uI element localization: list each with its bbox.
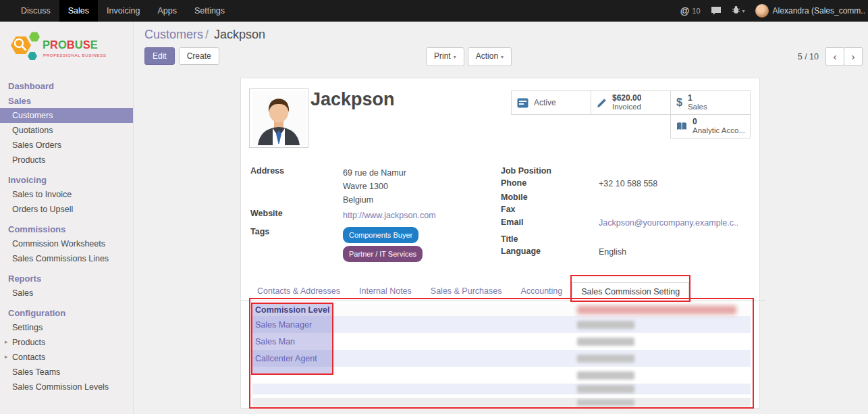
notebook-tabs: Contacts & Addresses Internal Notes Sale… [241,282,766,301]
address-line-1: 69 rue de Namur [343,166,406,180]
sidebar-section-invoicing[interactable]: Invoicing [0,172,133,187]
topbar-right-group: @ 10 ▾ Alexandra (Sales_comm.. [680,0,868,22]
mobile-label: Mobile [501,192,599,203]
print-dropdown-button[interactable]: Print▾ [426,47,464,66]
customer-photo[interactable] [249,88,308,148]
invoiced-stat-button[interactable]: $620.00 Invoiced [591,90,671,115]
analytic-accounts-stat-button[interactable]: 0 Analytic Acco... [670,114,751,138]
sales-stat-button[interactable]: $ 1 Sales [670,90,751,115]
sidebar-item-sales-commissions-lines[interactable]: Sales Commissions Lines [0,251,133,266]
tab-sales-purchases[interactable]: Sales & Purchases [421,282,512,301]
column-header-commission-level[interactable]: Commission Level [252,305,576,315]
sidebar: PROBUSE PROFESSIONAL BUSINESS Dashboard … [0,22,134,414]
sidebar-item-sales-orders[interactable]: Sales Orders [0,138,133,153]
table-row[interactable]: Callcenter Agent [252,350,751,367]
tab-internal-notes[interactable]: Internal Notes [350,282,421,301]
fields-left-column: Address 69 rue de Namur Wavre 1300 Belgi… [250,166,501,266]
address-value: 69 rue de Namur Wavre 1300 Belgium [343,166,406,207]
phone-value: +32 10 588 558 [599,178,657,189]
email-link[interactable]: Jackpson@yourcompany.example.c.. [599,218,738,228]
sidebar-section-reports[interactable]: Reports [0,271,133,286]
dollar-icon: $ [676,97,682,109]
redacted-cell [576,350,751,367]
sidebar-section-commissions[interactable]: Commissions [0,222,133,236]
commission-table: Commission Level Sales Manager Sales Man… [252,304,751,407]
website-link[interactable]: http://www.jackpson.com [343,211,436,220]
pencil-icon [597,98,607,108]
title-label: Title [501,234,599,245]
tab-sales-commission-setting[interactable]: Sales Commission Setting [572,282,689,301]
table-footer-row [252,398,751,407]
sidebar-item-sales-to-invoice[interactable]: Sales to Invoice [0,187,133,202]
job-position-label: Job Position [501,166,599,177]
topmenu-apps[interactable]: Apps [148,0,186,22]
sidebar-item-customers[interactable]: Customers [0,108,133,123]
action-dropdown-button[interactable]: Action▾ [468,47,512,66]
commission-level-cell[interactable]: Callcenter Agent [252,354,576,363]
chevron-right-icon: ▸ [5,353,8,360]
sidebar-item-settings[interactable]: Settings [0,320,133,335]
redacted-cell [576,384,751,394]
mentions-indicator[interactable]: @ 10 [680,5,701,16]
address-label: Address [250,166,343,207]
at-mention-icon: @ [680,5,690,16]
phone-label: Phone [501,178,599,189]
sidebar-section-configuration[interactable]: Configuration [0,305,133,320]
redacted-blur-block [577,338,634,346]
table-header-row: Commission Level [252,304,751,316]
sidebar-item-config-contacts[interactable]: ▸ Contacts [0,350,133,365]
stat-buttons: Active $620.00 Invoiced $ 1 Sales [510,90,751,138]
top-navbar: Discuss Sales Invoicing Apps Settings @ … [0,0,868,22]
active-stat-button[interactable]: Active [511,90,591,115]
user-name: Alexandra (Sales_comm.. [773,6,865,16]
table-row[interactable]: Sales Manager [252,316,751,333]
breadcrumb-customers[interactable]: Customers [144,28,203,41]
commission-level-cell[interactable]: Sales Manager [252,320,576,330]
sidebar-item-sales-teams[interactable]: Sales Teams [0,365,133,380]
table-empty-row [252,367,751,384]
sidebar-section-dashboard[interactable]: Dashboard [0,78,133,93]
form-fields: Address 69 rue de Namur Wavre 1300 Belgi… [250,166,750,266]
redacted-cell [576,316,751,333]
sales-label: Sales [688,103,707,111]
record-buttons: Edit Create [144,47,219,65]
sidebar-item-commission-worksheets[interactable]: Commission Worksheets [0,236,133,251]
messages-icon[interactable] [711,6,722,16]
tags-value: Components Buyer Partner / IT Services [343,227,423,265]
sidebar-item-products[interactable]: Products [0,153,133,167]
svg-text:PROFESSIONAL BUSINESS: PROFESSIONAL BUSINESS [43,53,107,57]
pager-previous-button[interactable]: ‹ [825,47,844,66]
sidebar-item-orders-to-upsell[interactable]: Orders to Upsell [0,202,133,217]
table-row[interactable]: Sales Man [252,333,751,350]
sidebar-item-reports-sales[interactable]: Sales [0,286,133,301]
record-title: Jackpson [310,89,395,110]
commission-level-cell[interactable]: Sales Man [252,337,576,346]
topmenu-settings[interactable]: Settings [186,0,234,22]
chevron-right-icon: ▸ [5,338,8,345]
topmenu-sales[interactable]: Sales [59,0,98,22]
redacted-cell [576,333,751,350]
analytic-label: Analytic Acco... [693,126,744,135]
pager-value[interactable]: 5 / 10 [798,52,819,61]
user-menu[interactable]: Alexandra (Sales_comm.. [755,4,865,18]
edit-button[interactable]: Edit [144,47,175,65]
email-label: Email [501,217,599,228]
tab-accounting[interactable]: Accounting [511,282,572,301]
tag-components-buyer: Components Buyer [343,227,418,243]
pager-next-button[interactable]: › [844,47,863,66]
debug-menu[interactable]: ▾ [732,5,745,17]
sidebar-item-config-products[interactable]: ▸ Products [0,335,133,350]
sidebar-section-sales[interactable]: Sales [0,93,133,108]
topmenu-discuss[interactable]: Discuss [12,0,59,22]
company-logo: PROBUSE PROFESSIONAL BUSINESS [0,22,133,72]
topmenu-invoicing[interactable]: Invoicing [98,0,148,22]
table-empty-row [252,384,751,394]
tab-contacts-addresses[interactable]: Contacts & Addresses [248,282,350,301]
sidebar-item-quotations[interactable]: Quotations [0,123,133,138]
analytic-count: 0 [693,118,744,126]
redacted-blur-block [577,306,736,315]
bug-icon [732,5,740,17]
sidebar-item-sales-commission-levels[interactable]: Sales Commission Levels [0,380,133,394]
create-button[interactable]: Create [179,47,219,65]
address-line-3: Belgium [343,193,406,207]
